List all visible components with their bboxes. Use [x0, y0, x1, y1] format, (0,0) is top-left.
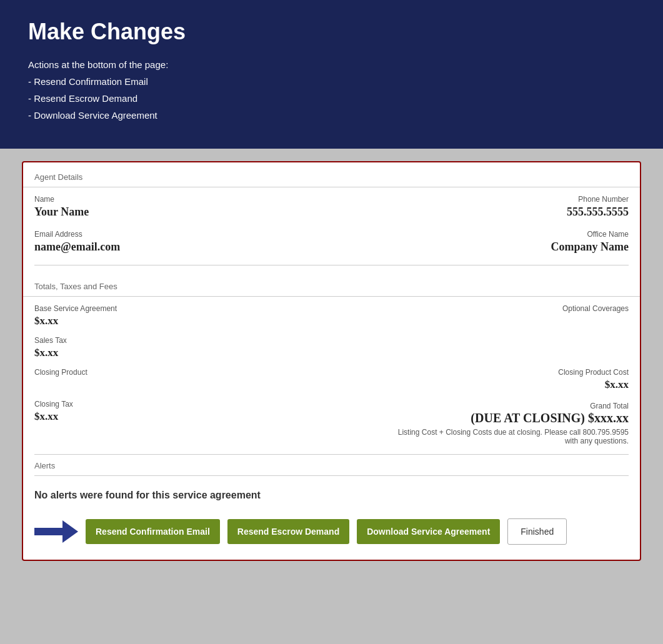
office-label: Office Name — [551, 230, 629, 239]
grand-total-row: Closing Tax $x.xx Grand Total (DUE AT CL… — [34, 400, 629, 445]
phone-label: Phone Number — [567, 195, 629, 204]
email-office-row: Email Address name@email.com Office Name… — [34, 230, 629, 254]
base-col: Base Service Agreement $x.xx — [34, 304, 117, 327]
download-service-agreement-button[interactable]: Download Service Agreement — [357, 519, 500, 544]
name-label: Name — [34, 195, 89, 204]
name-field: Name Your Name — [34, 195, 89, 219]
grand-total-value: (DUE AT CLOSING) $xxx.xx — [397, 411, 629, 425]
closing-tax-grand-total-row: Closing Tax $x.xx Grand Total (DUE AT CL… — [23, 400, 640, 445]
resend-email-button[interactable]: Resend Confirmation Email — [86, 519, 220, 544]
phone-value: 555.555.5555 — [567, 206, 629, 219]
svg-marker-1 — [62, 520, 78, 543]
email-field: Email Address name@email.com — [34, 230, 120, 254]
base-label: Base Service Agreement — [34, 304, 117, 313]
divider-2 — [34, 454, 629, 455]
alerts-section: Alerts No alerts were found for this ser… — [23, 461, 640, 506]
phone-field: Phone Number 555.555.5555 — [567, 195, 629, 219]
closing-product-cost-value: $x.xx — [558, 379, 629, 391]
office-value: Company Name — [551, 240, 629, 254]
resend-escrow-button[interactable]: Resend Escrow Demand — [227, 519, 349, 544]
email-label: Email Address — [34, 230, 120, 239]
grand-total-note: Listing Cost + Closing Costs due at clos… — [397, 428, 629, 445]
closing-product-col: Closing Product — [34, 368, 87, 391]
closing-tax-label: Closing Tax — [34, 400, 73, 409]
email-value: name@email.com — [34, 240, 120, 254]
optional-label: Optional Coverages — [562, 304, 629, 313]
instructions-intro: Actions at the bottom of the page: — [28, 56, 635, 73]
closing-tax-value: $x.xx — [34, 410, 73, 423]
instruction-item-1: - Resend Confirmation Email — [28, 73, 635, 90]
sales-tax-col: Sales Tax $x.xx — [34, 336, 67, 359]
main-content: Agent Details Name Your Name Phone Numbe… — [0, 149, 663, 580]
sales-tax-label: Sales Tax — [34, 336, 67, 345]
closing-tax-col: Closing Tax $x.xx — [34, 400, 73, 423]
name-value: Your Name — [34, 206, 89, 219]
instructions-list: Actions at the bottom of the page: - Res… — [28, 56, 635, 124]
closing-product-cost-col: Closing Product Cost $x.xx — [558, 368, 629, 391]
optional-col: Optional Coverages — [562, 304, 629, 327]
details-card: Agent Details Name Your Name Phone Numbe… — [22, 161, 641, 561]
totals-section: Base Service Agreement $x.xx Optional Co… — [23, 304, 640, 445]
base-value: $x.xx — [34, 315, 117, 327]
page-title: Make Changes — [28, 19, 635, 45]
totals-header: Totals, Taxes and Fees — [23, 272, 640, 297]
agent-details-header: Agent Details — [23, 162, 640, 187]
finished-button[interactable]: Finished — [507, 518, 567, 545]
closing-product-row: Closing Product Closing Product Cost $x.… — [23, 368, 640, 391]
alerts-header: Alerts — [34, 461, 629, 476]
arrow-icon — [34, 520, 78, 543]
grand-total-label: Grand Total — [590, 402, 629, 410]
grand-total-col: Grand Total (DUE AT CLOSING) $xxx.xx Lis… — [397, 400, 629, 445]
actions-row: Resend Confirmation Email Resend Escrow … — [23, 506, 640, 547]
svg-rect-0 — [34, 528, 66, 535]
closing-product-cost-label: Closing Product Cost — [558, 368, 629, 377]
base-optional-row: Base Service Agreement $x.xx Optional Co… — [23, 304, 640, 327]
instruction-item-3: - Download Service Agreement — [28, 107, 635, 124]
name-phone-row: Name Your Name Phone Number 555.555.5555 — [34, 195, 629, 219]
instruction-item-2: - Resend Escrow Demand — [28, 90, 635, 107]
office-field: Office Name Company Name — [551, 230, 629, 254]
agent-details-section: Name Your Name Phone Number 555.555.5555… — [23, 195, 640, 254]
closing-product-label: Closing Product — [34, 368, 87, 377]
sales-tax-row: Sales Tax $x.xx — [23, 336, 640, 359]
sales-tax-value: $x.xx — [34, 347, 67, 359]
divider-1 — [34, 265, 629, 265]
header-section: Make Changes Actions at the bottom of th… — [0, 0, 663, 149]
alerts-message: No alerts were found for this service ag… — [34, 485, 629, 506]
